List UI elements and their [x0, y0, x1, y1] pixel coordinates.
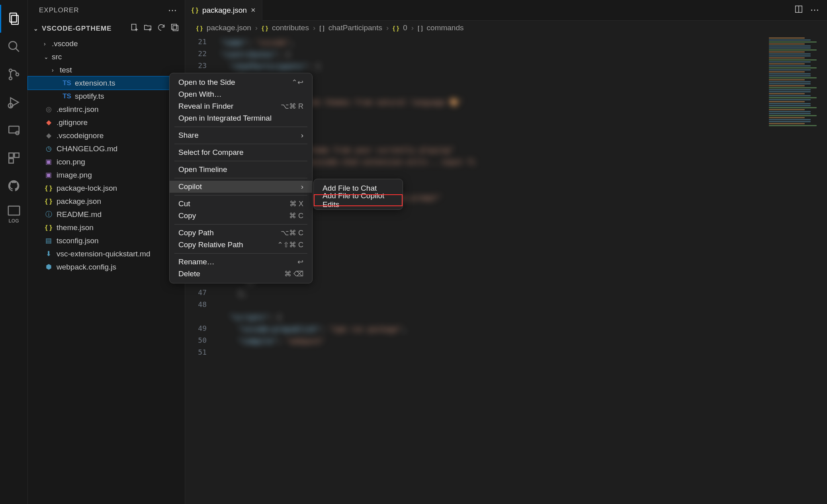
tree-item-webpack-config-js[interactable]: ⬢webpack.config.js: [28, 260, 185, 273]
tree-item--gitignore[interactable]: ◆.gitignore: [28, 116, 185, 129]
array-icon: [ ]: [418, 25, 423, 31]
menu-item-delete[interactable]: Delete⌘ ⌫: [170, 268, 312, 280]
tree-item-label: CHANGELOG.md: [57, 145, 117, 153]
activity-source-control-icon[interactable]: [0, 61, 28, 88]
tree-item--vscodeignore[interactable]: ◆.vscodeignore: [28, 129, 185, 142]
menu-item-copy[interactable]: Copy⌘ C: [170, 210, 312, 222]
menu-item-rename-[interactable]: Rename…↩: [170, 256, 312, 268]
breadcrumbs[interactable]: { } package.json › { } contributes › [ ]…: [185, 21, 827, 35]
close-icon[interactable]: ×: [251, 6, 256, 15]
activity-log-icon[interactable]: LOG: [0, 200, 28, 228]
file-icon: TS: [62, 79, 72, 87]
menu-item-label: Reveal in Finder: [178, 102, 233, 111]
tree-item-label: .gitignore: [57, 118, 88, 127]
activity-explorer-icon[interactable]: [0, 5, 28, 33]
tree-item--vscode[interactable]: ›.vscode: [28, 37, 185, 50]
menu-shortcut: ↩: [297, 258, 303, 266]
more-actions-icon[interactable]: ⋯: [810, 5, 819, 16]
menu-item-add-file-to-copilot-edits[interactable]: Add File to Copilot Edits: [314, 194, 403, 206]
tree-item-src[interactable]: ⌄src: [28, 50, 185, 63]
svg-point-6: [16, 73, 18, 76]
chevron-right-icon: ›: [301, 131, 303, 140]
breadcrumb-item[interactable]: 0: [403, 23, 407, 32]
menu-item-select-for-compare[interactable]: Select for Compare: [170, 147, 312, 158]
menu-separator: [174, 224, 307, 225]
new-folder-icon[interactable]: [143, 23, 152, 34]
menu-shortcut: ⌃↩: [291, 78, 303, 87]
line-number: 51: [185, 346, 207, 358]
menu-item-open-timeline[interactable]: Open Timeline: [170, 164, 312, 176]
tree-item-spotify-ts[interactable]: TSspotify.ts: [28, 90, 185, 103]
menu-item-label: Add File to Copilot Edits: [323, 191, 394, 209]
activity-github-icon[interactable]: [0, 172, 28, 200]
svg-rect-1: [12, 16, 18, 25]
breadcrumb-item[interactable]: chatParticipants: [328, 23, 382, 32]
menu-item-label: Copilot: [178, 182, 202, 191]
json-icon: { }: [262, 25, 268, 31]
menu-item-open-in-integrated-terminal[interactable]: Open in Integrated Terminal: [170, 112, 312, 124]
breadcrumb-item[interactable]: contributes: [272, 23, 309, 32]
tree-item-image-png[interactable]: ▣image.png: [28, 168, 185, 182]
tree-item-readme-md[interactable]: ⓘREADME.md: [28, 208, 185, 221]
activity-run-debug-icon[interactable]: [0, 88, 28, 116]
tree-item-tsconfig-json[interactable]: ▤tsconfig.json: [28, 234, 185, 247]
file-icon: ⬢: [44, 263, 53, 271]
tree-item-extension-ts[interactable]: TSextension.ts: [28, 76, 185, 90]
tree-item-package-lock-json[interactable]: { }package-lock.json: [28, 182, 185, 195]
tree-item-changelog-md[interactable]: ◷CHANGELOG.md: [28, 142, 185, 155]
tree-item--eslintrc-json[interactable]: ◎.eslintrc.json: [28, 103, 185, 116]
menu-item-share[interactable]: Share›: [170, 129, 312, 141]
svg-rect-12: [14, 153, 19, 157]
menu-shortcut: ⌘ X: [289, 199, 303, 208]
menu-separator: [174, 127, 307, 127]
menu-item-copy-relative-path[interactable]: Copy Relative Path⌃⇧⌘ C: [170, 239, 312, 251]
svg-rect-9: [9, 126, 19, 133]
menu-item-cut[interactable]: Cut⌘ X: [170, 198, 312, 210]
copilot-submenu: Add File to ChatAdd File to Copilot Edit…: [313, 179, 403, 210]
menu-item-copilot[interactable]: Copilot›: [170, 181, 312, 193]
tree-item-icon-png[interactable]: ▣icon.png: [28, 155, 185, 168]
new-file-icon[interactable]: [130, 23, 139, 34]
refresh-icon[interactable]: [157, 23, 166, 34]
file-tree: ›.vscode⌄src›testTSextension.tsTSspotify…: [28, 36, 185, 274]
menu-item-open-with-[interactable]: Open With…: [170, 88, 312, 100]
menu-item-open-to-the-side[interactable]: Open to the Side⌃↩: [170, 76, 312, 88]
chevron-icon: ›: [44, 41, 52, 47]
sidebar-more-icon[interactable]: ⋯: [168, 5, 178, 16]
svg-point-2: [9, 41, 17, 49]
menu-shortcut: ⌃⇧⌘ C: [277, 240, 303, 249]
menu-item-copy-path[interactable]: Copy Path⌥⌘ C: [170, 227, 312, 239]
activity-remote-icon[interactable]: [0, 116, 28, 144]
tree-item-vsc-extension-quickstart-md[interactable]: ⬇vsc-extension-quickstart.md: [28, 247, 185, 260]
split-editor-icon[interactable]: [794, 5, 803, 16]
breadcrumb-item[interactable]: package.json: [207, 23, 251, 32]
tab-package-json[interactable]: { } package.json ×: [185, 0, 262, 21]
tree-item-label: image.png: [57, 171, 92, 180]
activity-extensions-icon[interactable]: [0, 144, 28, 172]
context-menu: Open to the Side⌃↩Open With…Reveal in Fi…: [169, 73, 313, 283]
menu-item-label: Copy: [178, 211, 196, 220]
tree-item-package-json[interactable]: { }package.json: [28, 195, 185, 208]
tree-item-label: src: [52, 53, 62, 61]
tree-item-test[interactable]: ›test: [28, 63, 185, 76]
json-icon: { }: [393, 25, 399, 31]
tree-item-theme-json[interactable]: { }theme.json: [28, 221, 185, 234]
chevron-icon: ⌄: [44, 54, 52, 60]
file-icon: ▣: [44, 171, 53, 179]
tree-item-label: package-lock.json: [57, 184, 117, 193]
breadcrumb-item[interactable]: commands: [427, 23, 464, 32]
tree-item-label: .vscode: [52, 39, 78, 48]
chevron-down-icon: ⌄: [33, 25, 39, 32]
explorer-section-header[interactable]: ⌄ VSCODE-GPTHEME: [28, 21, 185, 36]
tab-label: package.json: [202, 6, 247, 15]
menu-item-reveal-in-finder[interactable]: Reveal in Finder⌥⌘ R: [170, 100, 312, 112]
activity-search-icon[interactable]: [0, 33, 28, 61]
svg-line-3: [16, 48, 19, 52]
collapse-all-icon[interactable]: [170, 23, 179, 34]
svg-rect-0: [10, 13, 17, 22]
line-number: 49: [185, 322, 207, 334]
tree-item-label: README.md: [57, 210, 102, 219]
svg-rect-14: [8, 206, 19, 215]
tree-item-label: icon.png: [57, 158, 85, 166]
minimap[interactable]: [767, 35, 827, 504]
